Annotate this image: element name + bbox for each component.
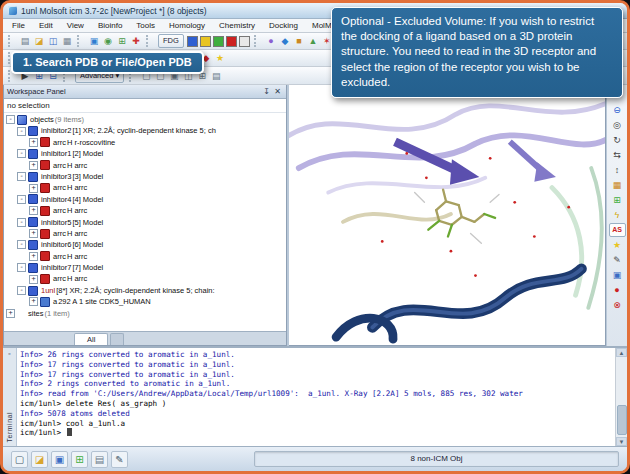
star-icon[interactable]: ★ <box>610 238 625 252</box>
display-toggle-icon[interactable]: ▢ <box>11 451 28 468</box>
terminal-scrollbar[interactable]: ▲ ▼ <box>615 348 627 446</box>
print-icon[interactable]: ▦ <box>60 34 74 48</box>
tree-row[interactable]: + arrc H arrc <box>4 205 286 216</box>
tree-row[interactable]: + sites (1 item) <box>4 308 286 319</box>
workspace-tab[interactable]: All <box>74 333 108 345</box>
menu-item[interactable]: View <box>60 19 91 32</box>
menu-item[interactable]: Homology <box>162 19 212 32</box>
lines-box-icon[interactable]: ▤ <box>209 69 223 83</box>
as-button[interactable]: AS <box>609 223 626 237</box>
web-icon[interactable]: ◉ <box>101 34 115 48</box>
menu-item[interactable]: Tools <box>129 19 162 32</box>
panel-toggle-icon[interactable]: ▣ <box>51 451 68 468</box>
color-swatch-green[interactable] <box>213 36 224 47</box>
tree-row[interactable]: + arrc H r-roscovitine <box>4 137 286 148</box>
tree-toggle[interactable]: - <box>17 127 26 136</box>
color-swatch-yellow[interactable] <box>200 36 211 47</box>
close-icon[interactable]: ✕ <box>272 87 283 96</box>
delete-icon[interactable]: ⊗ <box>610 298 625 312</box>
color-grid-icon[interactable]: ▦ <box>610 178 625 192</box>
edit-icon[interactable]: ✎ <box>111 451 128 468</box>
tree-toggle[interactable]: + <box>29 206 38 215</box>
tree-item-label: inhibitor3 <box>41 171 71 182</box>
tree-item-detail: H arrc <box>67 251 87 262</box>
tree-toggle[interactable]: + <box>29 229 38 238</box>
slab-icon[interactable]: ↕ <box>610 163 625 177</box>
terminal-output[interactable]: Info> 26 rings converted to aromatic in … <box>17 348 615 446</box>
mesh-icon[interactable]: ⊞ <box>610 193 625 207</box>
tree-row[interactable]: - inhibitor1 [2] Model <box>4 148 286 159</box>
tree-toggle[interactable]: - <box>17 286 26 295</box>
pan-view-icon[interactable]: ⇆ <box>610 148 625 162</box>
surface-display-icon[interactable]: ■ <box>292 34 306 48</box>
rotate-view-icon[interactable]: ↻ <box>610 133 625 147</box>
tree-row[interactable]: + arrc H arrc <box>4 273 286 284</box>
tree-row[interactable]: + arrc H arrc <box>4 160 286 171</box>
tree-toggle[interactable]: - <box>17 149 26 158</box>
tree-row[interactable]: - inhibitor5 [5] Model <box>4 217 286 228</box>
tree-row[interactable]: + a 292 A 1 site CDK5_HUMAN <box>4 296 286 307</box>
open-folder-icon[interactable]: ◪ <box>32 34 46 48</box>
sphere-display-icon[interactable]: ● <box>264 34 278 48</box>
tree-row[interactable]: - inhibitor4 [4] Model <box>4 194 286 205</box>
color-swatch-red[interactable] <box>226 36 237 47</box>
tree-row[interactable]: - inhibitor6 [6] Model <box>4 239 286 250</box>
new-document-icon[interactable]: ▤ <box>18 34 32 48</box>
center-view-icon[interactable]: ◎ <box>610 118 625 132</box>
tree-row[interactable]: - inhibitor2 [1] XR; 2.2Å; cyclin-depend… <box>4 125 286 136</box>
diamond-display-icon[interactable]: ◆ <box>278 34 292 48</box>
save-icon[interactable]: ◫ <box>46 34 60 48</box>
tree-toggle[interactable]: + <box>29 275 38 284</box>
screenshot-icon[interactable]: ▣ <box>87 34 101 48</box>
list-toggle-icon[interactable]: ▤ <box>91 451 108 468</box>
snapshot-icon[interactable]: ▣ <box>610 268 625 282</box>
table-icon[interactable]: ⊞ <box>115 34 129 48</box>
tree-row[interactable]: + arrc H arrc <box>4 251 286 262</box>
tree-toggle[interactable]: - <box>17 172 26 181</box>
menu-item[interactable]: Docking <box>262 19 305 32</box>
tree-toggle[interactable]: + <box>29 161 38 170</box>
grid-toggle-icon[interactable]: ⊞ <box>71 451 88 468</box>
tree-row[interactable]: - 1unl [8*] XR; 2.2Å; cyclin-dependent k… <box>4 285 286 296</box>
tree-toggle[interactable]: + <box>29 184 38 193</box>
color-swatch-blue[interactable] <box>187 36 198 47</box>
ribbon-display-icon[interactable]: ▲ <box>306 34 320 48</box>
tree-row[interactable]: + arrc H arrc <box>4 228 286 239</box>
scroll-up-icon[interactable]: ▲ <box>616 348 627 357</box>
scroll-down-icon[interactable]: ▼ <box>616 437 627 446</box>
tree-toggle[interactable]: + <box>29 252 38 261</box>
pin-icon[interactable]: ↧ <box>261 87 272 96</box>
workspace-tab[interactable] <box>110 333 124 345</box>
favorites-icon[interactable]: ★ <box>213 51 227 65</box>
water-icon[interactable]: ● <box>610 283 625 297</box>
lightning-icon[interactable]: ϟ <box>610 208 625 222</box>
tree-toggle[interactable]: - <box>17 195 26 204</box>
tree-toggle[interactable]: + <box>6 309 15 318</box>
menu-item[interactable]: Bioinfo <box>91 19 129 32</box>
menu-item[interactable]: File <box>5 19 32 32</box>
terminal-strip-icon[interactable]: ▫ <box>8 350 10 357</box>
terminal-tab[interactable]: Terminal <box>6 412 13 442</box>
tree-toggle[interactable]: - <box>17 218 26 227</box>
tree-item-icon <box>28 240 38 250</box>
menu-item[interactable]: Edit <box>32 19 60 32</box>
tree-toggle[interactable]: - <box>17 263 26 272</box>
add-icon[interactable]: ✚ <box>129 34 143 48</box>
fdg-button[interactable]: FDG <box>158 34 184 48</box>
scrollbar-thumb[interactable] <box>617 405 627 435</box>
tree-toggle[interactable]: - <box>17 240 26 249</box>
tree-row[interactable]: + arrc H arrc <box>4 182 286 193</box>
tree-row[interactable]: - inhibitor7 [7] Model <box>4 262 286 273</box>
tree-toggle[interactable]: - <box>6 115 15 124</box>
tree-toggle[interactable]: + <box>29 297 38 306</box>
tree-item-label: inhibitor6 <box>41 239 71 250</box>
tree-row[interactable]: - objects (9 items) <box>4 114 286 125</box>
color-swatch-white[interactable] <box>239 36 250 47</box>
tree-toggle[interactable]: + <box>29 138 38 147</box>
folder-icon[interactable]: ◪ <box>31 451 48 468</box>
menu-item[interactable]: Chemistry <box>212 19 262 32</box>
label-icon[interactable]: ✎ <box>610 253 625 267</box>
molecule-viewport[interactable] <box>289 85 606 346</box>
zoom-out-icon[interactable]: ⊖ <box>610 103 625 117</box>
tree-row[interactable]: - inhibitor3 [3] Model <box>4 171 286 182</box>
